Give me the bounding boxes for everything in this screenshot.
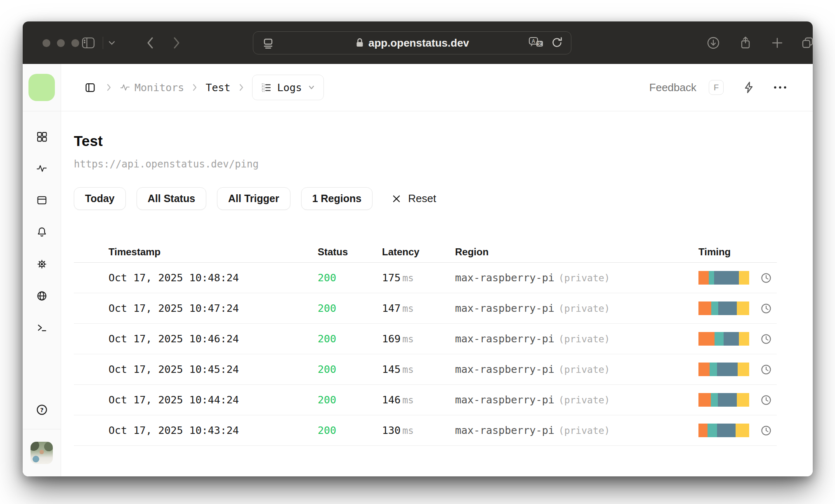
sidebar-item-cli[interactable] [36,322,47,335]
timing-waterfall-bar[interactable] [698,424,749,437]
log-region: max-raspberry-pi [455,394,554,406]
app-sidebar-toggle[interactable] [85,82,96,93]
log-row[interactable]: Oct 17, 2025 10:43:24 200 130ms max-rasp… [74,415,777,446]
translate-icon[interactable]: A 文 [528,36,545,51]
log-timestamp: Oct 17, 2025 10:47:24 [109,302,318,314]
log-row[interactable]: Oct 17, 2025 10:44:24 200 146ms max-rasp… [74,385,777,415]
zoom-window-icon[interactable] [71,39,79,47]
help-button[interactable]: ? [36,404,48,417]
quick-actions-button[interactable] [743,81,755,94]
downloads-button[interactable] [707,21,720,64]
monitor-url: https://api.openstatus.dev/ping [74,158,813,170]
svg-text:?: ? [40,407,43,413]
timing-waterfall-bar[interactable] [698,332,749,346]
log-row[interactable]: Oct 17, 2025 10:46:24 200 169ms max-rasp… [74,324,777,354]
timing-waterfall-bar[interactable] [698,271,749,285]
clock-icon [760,425,777,436]
tab-overview-button[interactable] [801,21,815,64]
reload-icon[interactable] [551,36,564,51]
view-selector-logs[interactable]: Logs [252,75,324,100]
log-region: max-raspberry-pi [455,333,554,345]
column-latency: Latency [382,246,455,258]
filter-date-button[interactable]: Today [74,187,126,210]
svg-text:文: 文 [537,41,542,47]
log-row[interactable]: Oct 17, 2025 10:48:24 200 175ms max-rasp… [74,263,777,293]
browser-sidebar-toggle[interactable] [81,21,95,64]
timing-segment [711,301,718,315]
log-status-code: 200 [318,363,382,375]
sidebar-item-monitors[interactable] [36,163,47,176]
log-timestamp: Oct 17, 2025 10:48:24 [109,272,318,284]
address-bar[interactable]: app.openstatus.dev A 文 [253,31,571,54]
timing-segment [739,332,749,346]
close-window-icon[interactable] [42,39,50,47]
download-icon [707,36,720,49]
log-latency-unit: ms [402,395,414,405]
timing-segment [739,271,749,285]
timing-segment [698,332,715,346]
breadcrumb-separator-icon [106,83,112,92]
clock-icon [760,394,777,406]
more-options-button[interactable] [773,85,787,89]
help-icon: ? [36,404,48,416]
log-timestamp: Oct 17, 2025 10:45:24 [109,363,318,375]
feedback-shortcut-badge: F [709,80,724,95]
workspace-logo[interactable] [28,74,55,101]
back-button[interactable] [146,21,155,64]
logs-table-header: Timestamp Status Latency Region Timing [74,241,777,263]
reset-filters-button[interactable]: Reset [392,192,436,205]
timing-segment [737,301,749,315]
feedback-button[interactable]: Feedback [649,81,696,94]
clock-icon [760,272,777,284]
sidebar-item-status-pages[interactable] [36,195,47,207]
user-avatar[interactable] [31,442,53,464]
log-row[interactable]: Oct 17, 2025 10:45:24 200 145ms max-rasp… [74,354,777,385]
log-status-code: 200 [318,302,382,314]
filter-trigger-button[interactable]: All Trigger [217,187,290,210]
log-latency-value: 169 [382,333,401,345]
log-timestamp: Oct 17, 2025 10:46:24 [109,333,318,345]
log-region-note: (private) [559,395,610,405]
status-page-icon [36,195,47,206]
sidebar-item-dashboard[interactable] [36,131,47,144]
clock-icon [760,333,777,345]
timing-segment [724,332,739,346]
breadcrumb-separator-icon [238,83,245,92]
sidebar-chevron-button[interactable] [108,21,116,64]
timing-segment [714,271,739,285]
minimize-window-icon[interactable] [57,39,65,47]
sidebar-item-regions[interactable] [36,290,47,303]
log-region-note: (private) [559,273,610,283]
share-button[interactable] [739,21,752,64]
chevron-left-icon [146,36,155,50]
log-region: max-raspberry-pi [455,302,554,314]
timing-segment [718,301,737,315]
tabs-icon [801,36,815,50]
log-status-code: 200 [318,333,382,345]
browser-titlebar: app.openstatus.dev A 文 [23,21,813,64]
log-latency-unit: ms [402,334,414,344]
log-row[interactable]: Oct 17, 2025 10:47:24 200 147ms max-rasp… [74,293,777,324]
timing-waterfall-bar[interactable] [698,393,749,407]
column-status: Status [318,246,382,258]
traffic-lights[interactable] [42,39,79,47]
log-region: max-raspberry-pi [455,363,554,375]
log-latency-value: 175 [382,272,401,284]
sidebar-item-settings[interactable] [36,259,47,271]
breadcrumb-monitors[interactable]: Monitors [120,82,184,94]
sidebar-item-notifications[interactable] [36,226,47,240]
timing-segment [738,363,749,376]
timing-waterfall-bar[interactable] [698,301,749,315]
filter-bar: Today All Status All Trigger 1 Regions R… [74,187,813,210]
filter-status-button[interactable]: All Status [137,187,206,210]
breadcrumb-monitor-name[interactable]: Test [205,82,230,94]
forward-button[interactable] [172,21,181,64]
activity-icon [120,82,130,92]
new-tab-button[interactable] [771,21,783,64]
logs-table: Timestamp Status Latency Region Timing O… [74,241,777,446]
logs-table-body: Oct 17, 2025 10:48:24 200 175ms max-rasp… [74,263,777,446]
timing-waterfall-bar[interactable] [698,363,749,376]
settings-gear-icon [36,259,47,270]
breadcrumb: Monitors Test [85,75,324,100]
filter-regions-button[interactable]: 1 Regions [301,187,373,210]
